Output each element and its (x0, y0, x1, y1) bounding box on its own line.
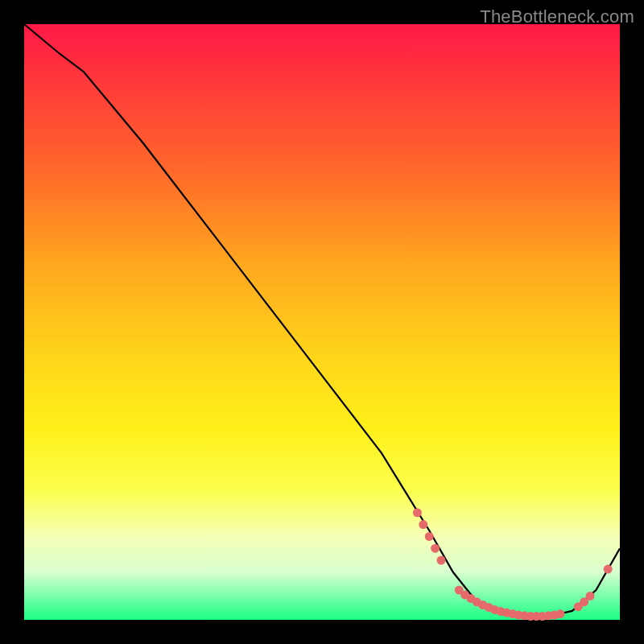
marker-dot (425, 532, 434, 541)
marker-dot (413, 508, 422, 517)
plot-area (24, 24, 620, 620)
marker-dot (419, 520, 427, 529)
marker-dot (556, 609, 565, 618)
marker-dot (437, 556, 446, 565)
marker-dot (431, 544, 440, 553)
marker-dots (413, 508, 613, 621)
chart-svg (24, 24, 620, 620)
marker-dot (586, 592, 595, 601)
chart-container: TheBottleneck.com (0, 0, 644, 644)
watermark-text: TheBottleneck.com (480, 6, 634, 27)
curve-line (24, 24, 620, 617)
marker-dot (604, 565, 613, 574)
